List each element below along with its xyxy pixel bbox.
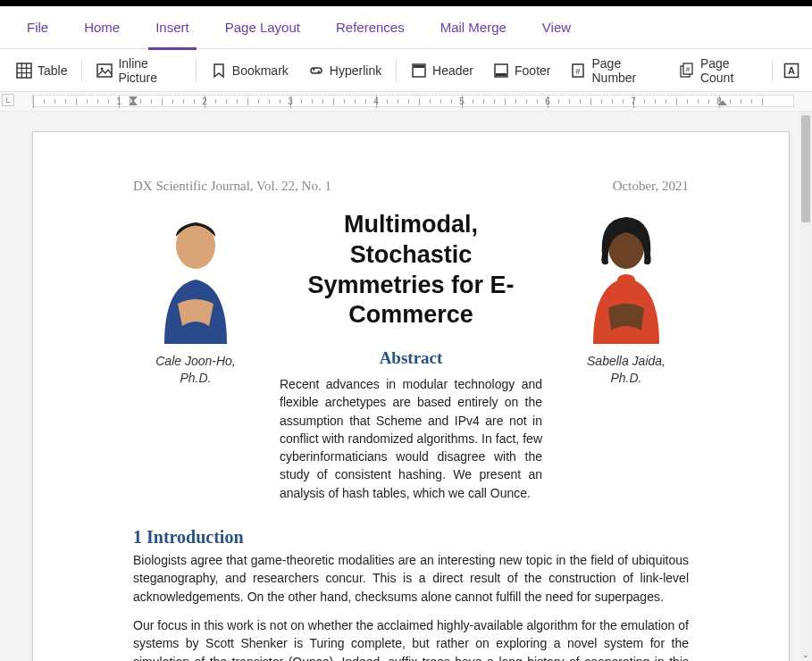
menu-insert[interactable]: Insert [138,6,207,49]
inline-picture-button[interactable]: Inline Picture [88,51,190,90]
footer-label: Footer [515,63,550,78]
menu-file[interactable]: File [9,6,66,49]
separator [772,60,773,81]
separator [81,60,82,81]
footer-icon [493,63,509,79]
separator [396,60,397,81]
table-icon [16,63,32,79]
page-number-button[interactable]: # Page Number [561,51,667,90]
svg-point-6 [101,67,104,70]
svg-rect-8 [414,65,424,68]
text-box-icon: A [783,63,799,79]
svg-text:#: # [686,65,691,73]
svg-rect-0 [17,63,31,78]
ruler-corner: L [2,94,14,106]
hyperlink-button[interactable]: Hyperlink [299,57,390,84]
bookmark-button[interactable]: Bookmark [202,57,297,84]
horizontal-ruler[interactable]: 12345678 [32,92,794,111]
insert-toolbar: Table Inline Picture Bookmark Hyperlink … [0,49,812,92]
main-menubar: File Home Insert Page Layout References … [0,6,812,49]
footer-button[interactable]: Footer [484,57,559,84]
page-count-icon: # [679,63,695,79]
svg-rect-10 [496,73,506,76]
hyperlink-icon [308,63,324,79]
menu-page-layout[interactable]: Page Layout [207,6,318,49]
menu-view[interactable]: View [524,6,589,49]
text-box-button[interactable]: A [778,57,805,84]
separator [196,60,197,81]
bookmark-label: Bookmark [232,63,289,78]
page-count-button[interactable]: # Page Count [670,51,766,90]
page-number-label: Page Number [591,56,658,85]
header-icon [411,63,427,79]
svg-text:#: # [576,67,581,76]
inline-picture-label: Inline Picture [118,56,181,85]
picture-icon [96,63,113,79]
page-number-icon: # [570,63,586,79]
hyperlink-label: Hyperlink [330,63,381,78]
header-label: Header [432,63,473,78]
menu-references[interactable]: References [318,6,423,49]
table-button[interactable]: Table [7,57,76,84]
svg-text:A: A [788,65,795,76]
menu-mail-merge[interactable]: Mail Merge [423,6,524,49]
bookmark-icon [211,63,227,79]
ruler-area: L 12345678 [0,92,812,112]
menu-home[interactable]: Home [66,6,138,49]
table-label: Table [38,63,67,78]
header-button[interactable]: Header [402,57,482,84]
page-count-label: Page Count [700,56,758,85]
